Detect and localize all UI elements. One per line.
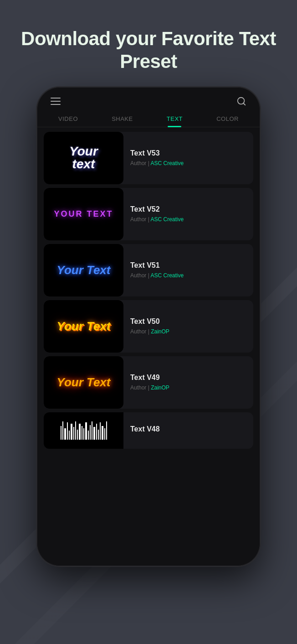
preset-title-v48: Text V48 [130, 425, 249, 433]
preset-list: Yourtext Text V53 Author | ASC Creative … [37, 127, 260, 566]
preset-info-v50: Text V50 Author | ZainOP [130, 317, 253, 335]
preview-text-v51: Your Text [57, 263, 111, 277]
tab-text[interactable]: TEXT [160, 111, 189, 127]
preset-author-v52: Author | ASC Creative [130, 216, 249, 223]
list-item[interactable]: YOUR TEXT Text V52 Author | ASC Creative [44, 188, 253, 240]
preset-author-v50: Author | ZainOP [130, 328, 249, 335]
preset-title-v50: Text V50 [130, 317, 249, 326]
preview-text-v49: Your Text [57, 375, 111, 390]
preset-thumbnail-v53: Yourtext [44, 132, 123, 184]
tab-color[interactable]: COLOR [210, 111, 246, 127]
preset-title-v53: Text V53 [130, 149, 249, 157]
preset-author-v53: Author | ASC Creative [130, 160, 249, 166]
preset-author-v51: Author | ASC Creative [130, 272, 249, 279]
preset-info-v52: Text V52 Author | ASC Creative [130, 205, 253, 223]
menu-button[interactable] [51, 98, 61, 105]
svg-line-1 [243, 103, 245, 105]
preset-thumbnail-v52: YOUR TEXT [44, 188, 123, 240]
preset-title-v51: Text V51 [130, 261, 249, 270]
preset-info-v49: Text V49 Author | ZainOP [130, 374, 253, 391]
preset-thumbnail-v50: Your Text [44, 300, 123, 353]
list-item[interactable]: Your Text Text V50 Author | ZainOP [44, 300, 253, 353]
preset-info-v48: Text V48 [130, 425, 253, 436]
search-icon[interactable] [236, 96, 246, 106]
hero-section: Download your Favorite Text Preset [0, 27, 297, 73]
tab-video[interactable]: VIDEO [51, 111, 85, 127]
tab-bar: VIDEO SHAKE TEXT COLOR [37, 111, 260, 127]
preset-thumbnail-v49: Your Text [44, 356, 123, 409]
list-item[interactable]: Yourtext Text V53 Author | ASC Creative [44, 132, 253, 184]
list-item[interactable]: Your Text Text V51 Author | ASC Creative [44, 244, 253, 296]
preset-info-v51: Text V51 Author | ASC Creative [130, 261, 253, 279]
preset-title-v52: Text V52 [130, 205, 249, 213]
preset-info-v53: Text V53 Author | ASC Creative [130, 149, 253, 166]
phone-topbar [37, 87, 260, 111]
preset-thumbnail-v48 [44, 412, 123, 449]
list-item[interactable]: Text V48 [44, 412, 253, 449]
preview-text-v52: YOUR TEXT [54, 209, 113, 219]
preset-thumbnail-v51: Your Text [44, 244, 123, 296]
preview-barcode-v48 [61, 421, 107, 440]
phone-frame: VIDEO SHAKE TEXT COLOR Yourtext Text V53… [37, 87, 260, 566]
hero-title: Download your Favorite Text Preset [18, 27, 279, 73]
preview-text-v50: Your Text [57, 319, 111, 333]
preset-author-v49: Author | ZainOP [130, 384, 249, 391]
preview-text-v53: Yourtext [69, 145, 98, 171]
tab-shake[interactable]: SHAKE [105, 111, 140, 127]
preset-title-v49: Text V49 [130, 374, 249, 382]
list-item[interactable]: Your Text Text V49 Author | ZainOP [44, 356, 253, 409]
